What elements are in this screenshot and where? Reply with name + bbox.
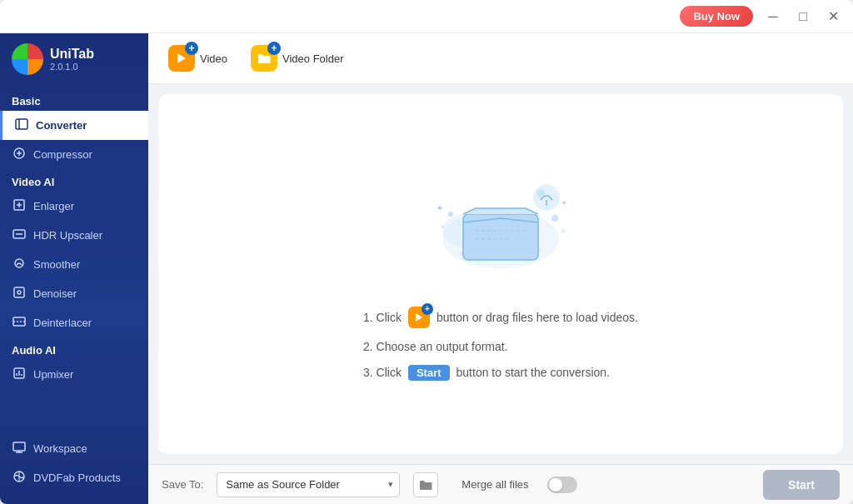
minimize-button[interactable]: ─ bbox=[761, 5, 785, 28]
instruction-3: 3. Click Start button to start the conve… bbox=[363, 365, 638, 381]
sidebar-item-enlarger[interactable]: Enlarger bbox=[0, 192, 148, 221]
sidebar-spacer bbox=[0, 389, 148, 431]
logo-icon bbox=[12, 43, 43, 75]
start-badge: Start bbox=[408, 365, 450, 381]
svg-text:×: × bbox=[459, 250, 463, 257]
close-button[interactable]: ✕ bbox=[821, 5, 845, 28]
toggle-knob bbox=[549, 478, 562, 492]
add-folder-label: Video Folder bbox=[282, 52, 343, 65]
merge-label: Merge all files bbox=[461, 478, 528, 491]
compressor-label: Compressor bbox=[33, 148, 92, 161]
start-button[interactable]: Start bbox=[763, 470, 840, 500]
maximize-button[interactable]: □ bbox=[791, 5, 815, 28]
smoother-label: Smoother bbox=[33, 258, 80, 271]
save-to-label: Save To: bbox=[162, 478, 203, 491]
add-video-button[interactable]: Video bbox=[162, 42, 234, 75]
logo-area: UniTab 2.0.1.0 bbox=[0, 33, 148, 88]
dvdfab-label: DVDFab Products bbox=[33, 472, 121, 484]
enlarger-label: Enlarger bbox=[33, 200, 74, 212]
merge-toggle[interactable] bbox=[547, 477, 577, 493]
hdr-upscaler-label: HDR Upscaler bbox=[33, 229, 102, 242]
drop-zone[interactable]: ✦ ✦ × × 1. Click button or drag files he… bbox=[158, 94, 843, 454]
toolbar: Video Video Folder bbox=[148, 33, 853, 84]
app-window: Buy Now ☰ ─ □ ✕ UniTab 2.0.1.0 Basic bbox=[0, 0, 853, 504]
sidebar-item-upmixer[interactable]: Upmixer bbox=[0, 360, 148, 389]
save-to-dropdown[interactable]: Same as Source Folder bbox=[217, 472, 400, 497]
browse-folder-button[interactable] bbox=[413, 472, 438, 497]
instruction-1: 1. Click button or drag files here to lo… bbox=[363, 307, 638, 328]
sidebar-item-converter[interactable]: Converter bbox=[0, 111, 148, 140]
app-name: UniTab bbox=[50, 47, 94, 62]
svg-point-22 bbox=[441, 225, 444, 228]
dvdfab-icon bbox=[12, 470, 27, 486]
sidebar-item-smoother[interactable]: Smoother bbox=[0, 250, 148, 279]
upmixer-label: Upmixer bbox=[33, 368, 73, 381]
deinterlacer-icon bbox=[12, 315, 27, 331]
logo-text: UniTab 2.0.1.0 bbox=[50, 47, 94, 72]
sidebar-bottom: Workspace DVDFab Products bbox=[0, 431, 148, 496]
svg-point-23 bbox=[551, 215, 558, 222]
svg-rect-0 bbox=[16, 119, 27, 129]
add-video-label: Video bbox=[200, 52, 227, 65]
svg-rect-11 bbox=[13, 442, 25, 451]
sidebar-item-deinterlacer[interactable]: Deinterlacer bbox=[0, 308, 148, 337]
denoiser-label: Denoiser bbox=[33, 287, 77, 300]
video-ai-section-label: Video AI bbox=[0, 169, 148, 192]
sidebar-item-denoiser[interactable]: Denoiser bbox=[0, 279, 148, 308]
converter-icon bbox=[14, 117, 29, 133]
illustration: ✦ ✦ × × bbox=[417, 168, 584, 285]
app-version: 2.0.1.0 bbox=[50, 62, 94, 72]
instructions: 1. Click button or drag files here to lo… bbox=[363, 307, 638, 381]
add-folder-icon bbox=[251, 45, 277, 72]
svg-point-26 bbox=[536, 189, 545, 197]
svg-point-24 bbox=[561, 228, 566, 232]
hdr-icon bbox=[12, 227, 27, 243]
svg-point-25 bbox=[533, 184, 560, 211]
instruction-2-text: 2. Choose an output format. bbox=[363, 340, 508, 353]
basic-section-label: Basic bbox=[0, 88, 148, 111]
footer: Save To: Same as Source Folder Merge all… bbox=[148, 464, 853, 504]
enlarger-icon bbox=[12, 198, 27, 214]
svg-text:×: × bbox=[538, 246, 542, 253]
svg-text:✦: ✦ bbox=[561, 198, 567, 207]
workspace-label: Workspace bbox=[33, 442, 87, 455]
workspace-icon bbox=[12, 441, 27, 457]
sidebar-item-hdr-upscaler[interactable]: HDR Upscaler bbox=[0, 221, 148, 250]
deinterlacer-label: Deinterlacer bbox=[33, 317, 92, 329]
instruction-1-prefix: 1. Click bbox=[363, 311, 402, 324]
instruction-3-prefix: 3. Click bbox=[363, 366, 402, 379]
instruction-1-suffix: button or drag files here to load videos… bbox=[436, 311, 638, 324]
sidebar-item-compressor[interactable]: Compressor bbox=[0, 140, 148, 169]
add-video-icon bbox=[168, 45, 195, 72]
sidebar-item-workspace[interactable]: Workspace bbox=[0, 434, 148, 463]
svg-point-21 bbox=[448, 212, 453, 217]
svg-point-7 bbox=[17, 291, 21, 294]
smoother-icon bbox=[12, 257, 27, 272]
audio-ai-section-label: Audio AI bbox=[0, 337, 148, 360]
svg-rect-6 bbox=[14, 287, 24, 297]
content-area: Video Video Folder bbox=[148, 33, 853, 504]
main-layout: UniTab 2.0.1.0 Basic Converter Compresso… bbox=[0, 33, 853, 504]
instruction-2: 2. Choose an output format. bbox=[363, 340, 638, 353]
svg-rect-8 bbox=[13, 317, 25, 326]
add-folder-button[interactable]: Video Folder bbox=[244, 42, 350, 75]
mini-add-video-icon bbox=[408, 307, 430, 328]
svg-text:✦: ✦ bbox=[436, 202, 444, 214]
denoiser-icon bbox=[12, 286, 27, 302]
titlebar: Buy Now ☰ ─ □ ✕ bbox=[0, 0, 853, 33]
converter-label: Converter bbox=[36, 119, 87, 132]
sidebar: UniTab 2.0.1.0 Basic Converter Compresso… bbox=[0, 33, 148, 504]
compressor-icon bbox=[12, 147, 27, 162]
upmixer-icon bbox=[12, 367, 27, 382]
save-to-dropdown-wrapper: Same as Source Folder bbox=[217, 472, 400, 497]
buy-now-button[interactable]: Buy Now bbox=[680, 6, 753, 27]
sidebar-item-dvdfab[interactable]: DVDFab Products bbox=[0, 463, 148, 492]
instruction-3-suffix: button to start the conversion. bbox=[456, 366, 610, 379]
